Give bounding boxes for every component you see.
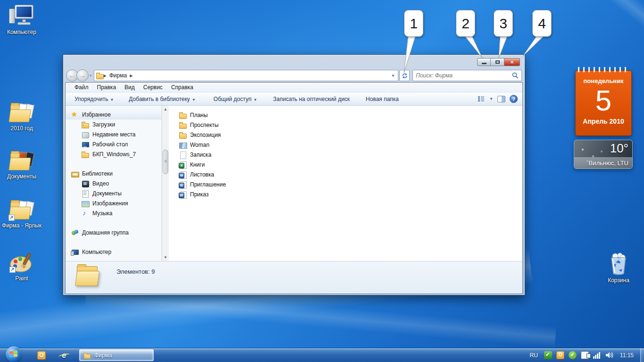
breadcrumb-folder-name[interactable]: Фирма <box>109 72 127 79</box>
scroll-down-icon[interactable]: ▼ <box>162 254 169 261</box>
security-tray-icon[interactable] <box>569 351 577 359</box>
nav-libraries[interactable]: Библиотеки <box>66 168 161 178</box>
preview-pane-icon[interactable] <box>497 96 505 102</box>
nav-computer[interactable]: Компьютер <box>66 247 161 257</box>
file-item[interactable]: Приказ <box>179 189 522 199</box>
nav-favorites[interactable]: Избранное <box>66 109 161 119</box>
file-name: Планы <box>190 112 208 118</box>
callout-1: 1 <box>404 10 423 37</box>
breadcrumb-arrow-icon: ▶ <box>130 74 132 78</box>
start-button[interactable] <box>6 346 22 362</box>
search-input[interactable] <box>416 72 512 79</box>
new-folder-button[interactable]: Новая папка <box>362 94 403 104</box>
add-to-library-button[interactable]: Добавить в библиотеку▼ <box>124 94 199 104</box>
share-button[interactable]: Общий доступ▼ <box>209 94 262 104</box>
internet-explorer-icon[interactable]: e <box>58 350 70 361</box>
taskbar-clock[interactable]: 11:15 <box>620 352 634 359</box>
menu-view[interactable]: Вид <box>120 83 139 92</box>
calendar-month-year: Апрель 2010 <box>576 118 631 125</box>
paint-palette-icon <box>9 252 34 274</box>
views-dropdown-icon[interactable]: ▼ <box>489 97 493 101</box>
burn-button[interactable]: Записать на оптический диск <box>269 94 354 104</box>
nav-music[interactable]: Музыка <box>66 208 161 218</box>
calendar-gadget[interactable]: понедельник 5 Апрель 2010 <box>575 67 632 136</box>
menu-edit[interactable]: Правка <box>93 83 121 92</box>
nav-pictures[interactable]: Изображения <box>66 198 161 208</box>
address-bar[interactable]: ▶ Фирма ▶ ▾ <box>94 70 398 81</box>
desktop-icon-label: Корзина <box>597 277 640 284</box>
forward-button[interactable]: → <box>76 69 89 82</box>
file-item[interactable]: Woman <box>179 140 522 150</box>
recent-pages-dropdown-icon[interactable]: ▾ <box>90 73 92 78</box>
callout-2: 2 <box>456 10 475 37</box>
file-name: Экспозиция <box>190 132 221 138</box>
search-icon[interactable] <box>512 72 519 79</box>
file-item[interactable]: Записка <box>179 150 522 160</box>
nav-scrollbar[interactable]: ▲ ▼ <box>162 106 169 261</box>
file-name: Записка <box>190 152 211 158</box>
file-name: Проспекты <box>190 122 219 128</box>
file-item[interactable]: Проспекты <box>179 120 522 130</box>
menu-bar: Файл Правка Вид Сервис Справка <box>66 83 522 93</box>
desktop-icon-label: Документы <box>0 173 43 180</box>
search-box[interactable] <box>413 70 522 81</box>
scrollbar-thumb[interactable] <box>163 150 168 174</box>
taskbar: O e Фирма RU 11:15 <box>0 348 644 362</box>
weather-temperature: 10° <box>610 141 628 156</box>
file-item[interactable]: Приглашение <box>179 179 522 189</box>
outlook-taskbar-icon[interactable]: O <box>36 350 47 361</box>
folder-icon <box>82 151 89 158</box>
desktop-icon-paint[interactable]: Paint <box>0 252 43 282</box>
task-button-label: Фирма <box>94 352 112 359</box>
scroll-up-icon[interactable]: ▲ <box>162 106 169 113</box>
file-name: Приказ <box>190 191 209 198</box>
network-icon[interactable] <box>593 352 601 359</box>
refresh-button[interactable] <box>399 70 410 81</box>
menu-file[interactable]: Файл <box>70 83 93 92</box>
address-dropdown-icon[interactable]: ▾ <box>390 73 396 78</box>
nav-desktop[interactable]: Рабочий стол <box>66 139 161 149</box>
desktop-icon-firma-shortcut[interactable]: Фирма - Ярлык <box>0 199 43 229</box>
taskbar-button-firma[interactable]: Фирма <box>79 349 154 361</box>
maximize-button[interactable] <box>491 58 504 66</box>
language-indicator[interactable]: RU <box>528 351 540 360</box>
nav-videos[interactable]: Видео <box>66 178 161 188</box>
callout-3: 3 <box>494 10 513 37</box>
desktop-icon-computer[interactable]: Компьютер <box>0 4 43 35</box>
help-icon[interactable]: ? <box>510 95 518 103</box>
computer-icon <box>71 248 79 256</box>
outlook-tray-icon[interactable] <box>556 351 564 359</box>
action-center-icon[interactable] <box>581 351 589 359</box>
volume-icon[interactable] <box>605 352 614 359</box>
nav-documents[interactable]: Документы <box>66 188 161 198</box>
show-desktop-button[interactable] <box>640 348 644 362</box>
file-item[interactable]: Экспозиция <box>179 130 522 140</box>
minimize-button[interactable] <box>477 58 491 66</box>
word-file-icon <box>179 191 187 198</box>
word-file-icon <box>179 181 187 188</box>
nav-bkp-windows7[interactable]: БКП_Windows_7 <box>66 149 161 159</box>
close-button[interactable]: × <box>504 58 520 66</box>
folder-icon <box>179 111 187 119</box>
change-view-icon[interactable] <box>478 96 485 102</box>
chevron-down-icon: ▼ <box>253 98 257 102</box>
desktop-icon-2010[interactable]: 2010 год <box>0 102 43 132</box>
file-item[interactable]: Книги <box>179 160 522 169</box>
organize-button[interactable]: Упорядочить▼ <box>70 94 118 104</box>
weather-gadget[interactable]: 10° Вильнюс, LTU <box>574 140 633 169</box>
desktop-icon-documents[interactable]: Документы <box>0 150 43 180</box>
file-item[interactable]: Планы <box>179 110 522 120</box>
nav-downloads[interactable]: Загрузки <box>66 119 161 129</box>
recycle-bin-icon <box>607 252 630 276</box>
title-bar[interactable]: × <box>65 55 523 69</box>
menu-tools[interactable]: Сервис <box>139 83 167 92</box>
text-file-icon <box>179 151 187 159</box>
breadcrumb[interactable]: ▶ Фирма ▶ <box>104 72 133 79</box>
sync-tray-icon[interactable] <box>544 351 552 359</box>
menu-help[interactable]: Справка <box>167 83 198 92</box>
shortcut-arrow-icon <box>9 267 16 273</box>
file-item[interactable]: Листовка <box>179 169 522 179</box>
desktop-icon-recycle-bin[interactable]: Корзина <box>597 252 640 284</box>
nav-recent-places[interactable]: Недавние места <box>66 129 161 139</box>
nav-homegroup[interactable]: Домашняя группа <box>66 227 161 237</box>
